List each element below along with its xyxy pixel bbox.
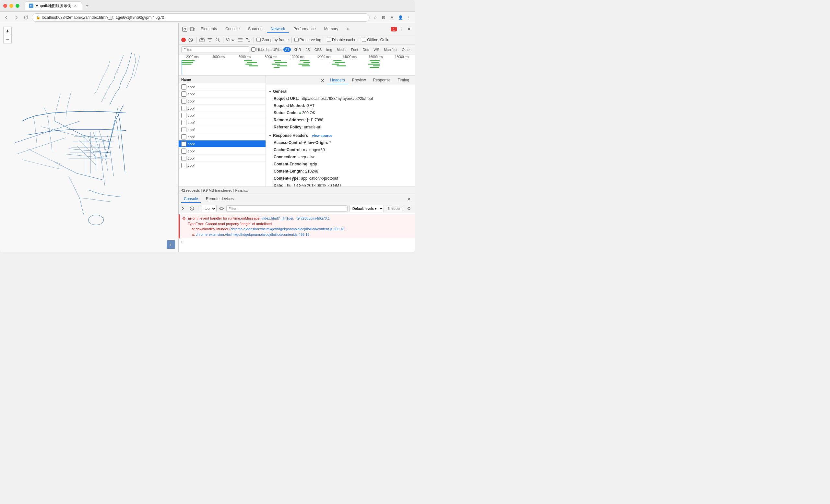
general-section-header[interactable]: ▼ General [268, 88, 412, 95]
network-row-checkbox[interactable] [181, 91, 186, 97]
clear-btn[interactable] [188, 37, 194, 43]
console-close-btn[interactable]: ✕ [405, 195, 412, 203]
response-headers-section-header[interactable]: ▼ Response Headers view source [268, 132, 412, 139]
filter-input[interactable] [181, 46, 249, 53]
camera-btn[interactable] [199, 37, 205, 43]
maximize-window-btn[interactable] [15, 4, 20, 8]
map-area[interactable]: + − i [0, 23, 178, 252]
map-info-btn[interactable]: i [167, 240, 175, 249]
hide-data-urls-checkbox[interactable] [251, 48, 255, 52]
extensions-btn[interactable]: Λ [388, 14, 395, 21]
tab-console[interactable]: Console [221, 25, 244, 33]
console-eye-icon[interactable] [219, 206, 224, 212]
network-row-checkbox[interactable] [181, 127, 186, 132]
network-row-checkbox[interactable] [181, 120, 186, 125]
filter-btn[interactable] [207, 37, 213, 43]
close-window-btn[interactable] [3, 4, 7, 8]
cast-btn[interactable]: ⊡ [380, 14, 387, 21]
record-btn[interactable] [181, 38, 186, 42]
detail-tab-response[interactable]: Response [370, 76, 393, 84]
reload-btn[interactable] [22, 13, 30, 22]
user-btn[interactable]: 👤 [397, 14, 404, 21]
console-block-icon[interactable] [189, 206, 195, 212]
view-waterfall-btn[interactable] [245, 37, 251, 43]
preserve-log-check[interactable]: Preserve log [294, 38, 321, 42]
tab-network[interactable]: Network [267, 25, 289, 33]
console-settings-btn[interactable]: ⚙ [405, 205, 412, 212]
filter-css-btn[interactable]: CSS [313, 48, 324, 52]
forward-btn[interactable] [12, 13, 20, 22]
network-row-checkbox[interactable] [181, 163, 186, 168]
new-tab-btn[interactable]: + [83, 2, 91, 10]
network-row[interactable]: t.pbf [179, 148, 265, 155]
back-btn[interactable] [3, 13, 10, 22]
devtools-close-btn[interactable]: ✕ [405, 26, 412, 33]
tab-performance[interactable]: Performance [290, 25, 320, 33]
error-file-link[interactable]: index.html?_ijt=1gei…t9ht90gvpmi4i6g70:1 [261, 216, 330, 220]
filter-manifest-btn[interactable]: Manifest [382, 48, 399, 52]
view-list-btn[interactable] [237, 37, 243, 43]
network-row[interactable]: t.pbf [179, 91, 265, 98]
devtools-responsive-btn[interactable] [189, 26, 196, 33]
network-row[interactable]: t.pbf [179, 140, 265, 148]
network-row[interactable]: t.pbf [179, 119, 265, 126]
network-row[interactable]: t.pbf [179, 126, 265, 133]
filter-ws-btn[interactable]: WS [372, 48, 381, 52]
network-row[interactable]: t.pbf [179, 162, 265, 169]
console-filter-input[interactable] [226, 205, 348, 212]
tab-sources[interactable]: Sources [244, 25, 266, 33]
network-row[interactable]: t.pbf [179, 83, 265, 91]
network-row-checkbox[interactable] [181, 113, 186, 118]
search-btn[interactable] [215, 37, 220, 43]
minimize-window-btn[interactable] [9, 4, 13, 8]
tab-close-btn[interactable]: ✕ [73, 4, 78, 8]
detail-tab-preview[interactable]: Preview [349, 76, 369, 84]
tab-memory[interactable]: Memory [320, 25, 342, 33]
filter-xhr-btn[interactable]: XHR [292, 48, 303, 52]
network-row-checkbox[interactable] [181, 156, 186, 161]
detail-tab-timing[interactable]: Timing [394, 76, 412, 84]
group-by-frame-checkbox[interactable] [256, 38, 261, 42]
network-row-checkbox[interactable] [181, 149, 186, 154]
devtools-more-btn[interactable]: ⋮ [397, 26, 405, 33]
browser-tab[interactable]: M Mapnik地图服务示例 ✕ [25, 1, 82, 10]
group-by-frame-check[interactable]: Group by frame [256, 38, 289, 42]
menu-btn[interactable]: ⋮ [405, 14, 412, 21]
disable-cache-check[interactable]: Disable cache [327, 38, 356, 42]
network-row[interactable]: t.pbf [179, 105, 265, 112]
offline-checkbox[interactable] [362, 38, 366, 42]
filter-all-btn[interactable]: All [283, 48, 290, 52]
filter-media-btn[interactable]: Media [335, 48, 348, 52]
zoom-out-btn[interactable]: − [3, 35, 12, 43]
disable-cache-checkbox[interactable] [327, 38, 331, 42]
detail-tab-headers[interactable]: Headers [327, 76, 348, 84]
filter-js-btn[interactable]: JS [304, 48, 312, 52]
preserve-log-checkbox[interactable] [294, 38, 298, 42]
network-row-checkbox[interactable] [181, 99, 186, 104]
filter-font-btn[interactable]: Font [350, 48, 360, 52]
network-row[interactable]: t.pbf [179, 155, 265, 162]
network-row-checkbox[interactable] [181, 106, 186, 111]
network-row[interactable]: t.pbf [179, 133, 265, 140]
console-tab-console[interactable]: Console [181, 195, 201, 203]
filter-doc-btn[interactable]: Doc [361, 48, 371, 52]
error-stack1-link[interactable]: chrome-extension://bclmkgofhdgekpoamoial… [230, 227, 344, 231]
error-stack2-link[interactable]: chrome-extension://bclmkgofhdgekpoamoial… [195, 232, 309, 237]
bookmark-btn[interactable]: ☆ [372, 14, 379, 21]
detail-close-btn[interactable]: ✕ [319, 77, 326, 84]
tab-elements[interactable]: Elements [197, 25, 221, 33]
offline-check[interactable]: Offline [362, 38, 378, 42]
network-row-checkbox[interactable] [181, 84, 186, 90]
hide-data-urls-check[interactable]: Hide data URLs [251, 48, 282, 52]
network-row[interactable]: t.pbf [179, 98, 265, 105]
devtools-inspect-btn[interactable] [181, 26, 188, 33]
network-row[interactable]: t.pbf [179, 112, 265, 119]
console-frame-select[interactable]: top [202, 205, 217, 212]
console-level-select[interactable]: Default levels ▾ [350, 205, 384, 212]
view-source-link[interactable]: view source [312, 134, 332, 137]
filter-other-btn[interactable]: Other [400, 48, 412, 52]
network-row-checkbox[interactable] [181, 134, 186, 139]
console-tab-remote-devices[interactable]: Remote devices [203, 195, 236, 203]
network-list[interactable]: Name t.pbft.pbft.pbft.pbft.pbft.pbft.pbf… [179, 75, 266, 187]
filter-img-btn[interactable]: Img [324, 48, 333, 52]
